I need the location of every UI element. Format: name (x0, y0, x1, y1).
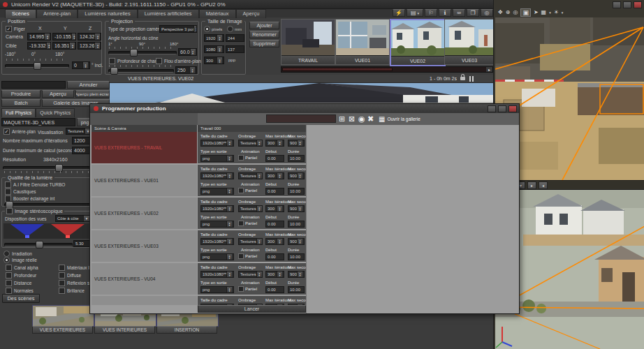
width-px-field[interactable]: 1920 (204, 34, 224, 42)
link-button[interactable]: ∞ (453, 9, 465, 17)
spinner-icon[interactable] (94, 43, 100, 49)
spinner-icon[interactable] (193, 26, 197, 32)
pixels-radio[interactable] (204, 26, 210, 32)
start-field[interactable]: 0.00 (265, 188, 284, 195)
output-type-select[interactable]: png (200, 221, 234, 228)
camera-x-field[interactable]: 14.995 (27, 33, 51, 40)
partial-checkbox[interactable] (238, 188, 244, 193)
camera-y-field[interactable]: -10.155 (52, 33, 76, 40)
spinner-icon[interactable] (277, 239, 282, 244)
image-mode-icon[interactable]: ▦ (541, 9, 547, 15)
spinner-icon[interactable] (226, 239, 232, 244)
eye-distance-slider-track[interactable] (4, 243, 73, 246)
tab-vues-exterieures[interactable]: VUES EXTERIEURES (32, 326, 93, 334)
flag-button[interactable]: ⚐ (425, 9, 437, 17)
shading-select[interactable]: Textures (238, 205, 263, 212)
frame-size-select[interactable]: 1920x1080** (200, 172, 234, 179)
lock-icon[interactable] (460, 77, 465, 80)
shading-select[interactable]: Textures (238, 238, 263, 245)
output-type-select[interactable]: png (200, 286, 234, 293)
dialog-maximize-button[interactable] (498, 105, 506, 112)
max-seconds-field[interactable]: 900 (288, 238, 305, 245)
output-type-select[interactable]: png (200, 188, 234, 195)
cube-icon[interactable]: ▣ (520, 8, 531, 17)
spinner-icon[interactable] (256, 206, 262, 211)
height-mm-field[interactable]: 137 (226, 45, 244, 53)
camera-z-field[interactable]: 124.32 (78, 33, 101, 40)
angle-value-field[interactable]: 60.0 (178, 48, 197, 56)
mm-radio[interactable] (227, 26, 233, 32)
target-y-field[interactable]: 16.351 (52, 42, 76, 50)
shading-select[interactable]: Textures (238, 140, 263, 147)
spinner-icon[interactable] (226, 221, 232, 227)
target-x-field[interactable]: -19.332 (27, 42, 51, 50)
spinner-icon[interactable] (277, 206, 282, 211)
flash-button[interactable]: ⚡ (393, 9, 405, 17)
info-button[interactable]: ℹ (439, 9, 451, 17)
spinner-icon[interactable] (277, 140, 282, 146)
pan-left-button[interactable]: ◂ (539, 181, 548, 189)
thumbnail-scrollbar[interactable]: ▸ (281, 66, 493, 73)
alpha-channel-checkbox[interactable] (6, 265, 12, 271)
duration-field[interactable]: 10.00 (288, 221, 305, 228)
dialog-scene-row[interactable]: VUES EXTERIEURES - VUE03 (92, 230, 197, 262)
caustics-checkbox[interactable] (5, 188, 11, 195)
tab-quick-physics[interactable]: Quick Physics (36, 108, 75, 117)
record-icon[interactable]: ◉ (358, 114, 365, 124)
spinner-icon[interactable] (217, 35, 222, 41)
add-job-icon[interactable]: ⊞ (339, 114, 345, 124)
spinner-icon[interactable] (226, 254, 232, 260)
sun-icon[interactable]: ☀ (554, 9, 559, 15)
spinner-icon[interactable] (226, 206, 232, 211)
duration-field[interactable]: 10.00 (288, 253, 305, 260)
thumbnail-scrollbar-thumb[interactable] (282, 68, 393, 71)
diffuse-checkbox[interactable] (59, 272, 65, 279)
projection-type-select[interactable]: Perspective 3 poi (159, 25, 197, 33)
max-iterations-field[interactable]: 300 (265, 271, 284, 278)
spinner-icon[interactable] (226, 156, 232, 161)
real-image-radio[interactable] (3, 257, 10, 263)
tab-background[interactable]: Arrière-plan (36, 9, 78, 18)
tab-natural-lights[interactable]: Lumières naturelles (78, 9, 137, 18)
dof-checkbox[interactable] (109, 58, 115, 64)
dpi-field[interactable]: 300 (204, 57, 224, 64)
max-seconds-field[interactable]: 900 (288, 205, 305, 212)
duration-field[interactable]: 10.00 (288, 286, 305, 293)
start-field[interactable]: 0.00 (265, 286, 284, 293)
thumbnail-scrollbar-right-arrow[interactable]: ▸ (486, 67, 492, 72)
output-type-select[interactable]: png (200, 253, 234, 260)
viewport-maximize-button[interactable] (623, 1, 631, 8)
view-layout-select[interactable]: Côte à côte (55, 215, 92, 222)
partial-checkbox[interactable] (238, 286, 244, 292)
resolution-slider-track[interactable] (3, 166, 94, 170)
tab-artificial-lights[interactable]: Lumières artificielles (138, 9, 199, 18)
blur-value-field[interactable]: 250 (175, 66, 197, 74)
spinner-icon[interactable] (69, 43, 75, 49)
expand-icon[interactable]: ✥ (498, 9, 503, 15)
partial-checkbox[interactable] (238, 221, 244, 226)
spinner-icon[interactable] (297, 206, 302, 211)
spinner-icon[interactable] (190, 49, 196, 55)
dialog-scene-row[interactable] (92, 296, 197, 305)
output-type-select[interactable]: png (200, 155, 234, 162)
spinner-icon[interactable] (297, 140, 302, 146)
frame-size-select[interactable]: 1920x1080** (200, 140, 234, 147)
spinner-icon[interactable] (226, 140, 232, 146)
spinner-icon[interactable] (226, 173, 232, 179)
specular-reflection-checkbox[interactable] (59, 280, 65, 286)
thumbnail-vue02[interactable]: VUE02 (390, 19, 446, 66)
spinner-icon[interactable] (226, 287, 232, 292)
thumbnail-vue03[interactable]: VUE03 (444, 19, 495, 65)
light-quality-slider-track[interactable] (4, 203, 92, 207)
max-iterations-field[interactable]: 300 (265, 238, 284, 245)
spinner-icon[interactable] (256, 272, 262, 277)
orbit-icon[interactable]: ⊕ (506, 9, 511, 15)
batch-button[interactable]: Batch (1, 99, 41, 107)
max-seconds-field[interactable]: 900 (288, 140, 305, 147)
angle-slider-track[interactable] (108, 51, 177, 54)
distance-checkbox[interactable] (6, 280, 12, 286)
spinner-icon[interactable] (297, 173, 302, 179)
start-field[interactable]: 0.00 (265, 155, 284, 162)
frame-size-select[interactable]: 1920x1080** (200, 271, 234, 278)
dialog-scene-row[interactable]: VUES EXTERIEURES - VUE02 (92, 198, 197, 229)
